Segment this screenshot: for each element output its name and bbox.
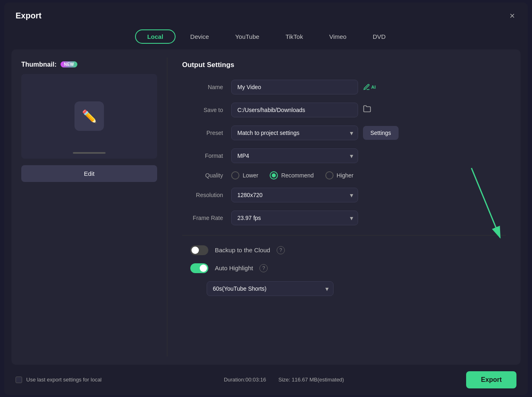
thumbnail-preview: ✏️ [21,74,157,159]
folder-button[interactable] [363,105,371,115]
duration-stat: Duration:00:03:16 [224,377,266,383]
last-settings-label: Use last export settings for local [26,377,101,383]
quality-higher-label: Higher [337,172,354,179]
tab-local[interactable]: Local [135,29,176,44]
export-button[interactable]: Export [466,371,516,388]
auto-highlight-help-icon[interactable]: ? [259,264,268,272]
title-bar: Export × [4,2,528,26]
format-label: Format [182,153,223,159]
quality-label: Quality [182,172,223,179]
thumbnail-label-row: Thumbnail: NEW [21,61,157,68]
separator [182,235,506,236]
preset-label: Preset [182,130,223,136]
footer: Use last export settings for local Durat… [4,365,528,395]
tab-dvd[interactable]: DVD [361,29,397,44]
footer-checkbox-row: Use last export settings for local [16,377,101,383]
left-panel: Thumbnail: NEW ✏️ Edit [11,49,167,365]
resolution-label: Resolution [182,192,223,198]
ai-rename-button[interactable]: AI [363,83,376,91]
close-button[interactable]: × [508,10,516,22]
tab-device[interactable]: Device [179,29,221,44]
thumbnail-icon-wrap: ✏️ [74,101,104,131]
name-row: Name AI [182,80,506,94]
auto-highlight-toggle-knob [200,265,207,272]
thumbnail-bar [73,152,106,154]
radio-recommend-dot [272,173,276,177]
dialog-title: Export [16,11,41,20]
radio-lower-circle [231,171,239,179]
thumbnail-text: Thumbnail: [21,61,56,68]
size-stat: Size: 116.67 MB(estimated) [278,377,344,383]
resolution-row: Resolution 1280x720 ▾ [182,188,506,202]
backup-row: Backup to the Cloud ? [182,245,506,255]
new-badge: NEW [61,61,77,67]
frame-rate-row: Frame Rate 23.97 fps ▾ [182,211,506,225]
format-select-wrap: MP4 ▾ [231,148,358,163]
name-input[interactable] [231,80,358,94]
pencil-icon: ✏️ [82,109,97,123]
save-to-label: Save to [182,107,223,113]
preset-row: Preset Match to project settings ▾ Setti… [182,126,506,140]
auto-highlight-row: Auto Highlight ? [182,263,506,273]
tab-tiktok[interactable]: TikTok [274,29,315,44]
backup-label: Backup to the Cloud [215,247,270,253]
backup-toggle[interactable] [190,245,208,255]
quality-lower-label: Lower [243,172,258,179]
quality-recommend-label: Recommend [281,172,313,179]
tabs-row: Local Device YouTube TikTok Vimeo DVD [4,26,528,49]
main-content: Thumbnail: NEW ✏️ Edit Output Settings N… [11,49,521,365]
settings-button[interactable]: Settings [363,126,399,140]
auto-highlight-label: Auto Highlight [215,265,253,271]
edit-button[interactable]: Edit [21,165,157,182]
save-to-input[interactable] [231,103,358,117]
quality-lower[interactable]: Lower [231,171,258,179]
frame-rate-select-wrap: 23.97 fps ▾ [231,211,358,225]
shorts-select-wrap: 60s(YouTube Shorts) ▾ [207,281,334,296]
right-panel: Output Settings Name AI Save to [167,49,521,365]
radio-higher-circle [325,171,334,179]
last-settings-checkbox[interactable] [16,377,22,383]
resolution-select-wrap: 1280x720 ▾ [231,188,358,202]
footer-info: Duration:00:03:16 Size: 116.67 MB(estima… [224,377,344,383]
backup-toggle-knob [192,247,199,254]
quality-recommend[interactable]: Recommend [270,171,313,179]
frame-rate-label: Frame Rate [182,215,223,221]
frame-rate-select[interactable]: 23.97 fps [231,211,358,225]
preset-select-wrap: Match to project settings ▾ [231,126,358,140]
section-title: Output Settings [182,61,506,69]
shorts-select[interactable]: 60s(YouTube Shorts) [207,281,334,296]
radio-recommend-circle [270,171,278,179]
resolution-select[interactable]: 1280x720 [231,188,358,202]
name-label: Name [182,84,223,90]
format-select[interactable]: MP4 [231,148,358,163]
tab-vimeo[interactable]: Vimeo [318,29,358,44]
auto-highlight-toggle[interactable] [190,263,208,273]
quality-higher[interactable]: Higher [325,171,354,179]
quality-options: Lower Recommend Higher [231,171,354,179]
quality-row: Quality Lower Recommend Higher [182,171,506,179]
export-dialog: Export × Local Device YouTube TikTok Vim… [4,2,528,395]
backup-help-icon[interactable]: ? [277,246,285,254]
tab-youtube[interactable]: YouTube [224,29,271,44]
preset-select[interactable]: Match to project settings [231,126,358,140]
save-to-row: Save to [182,103,506,117]
format-row: Format MP4 ▾ [182,148,506,163]
